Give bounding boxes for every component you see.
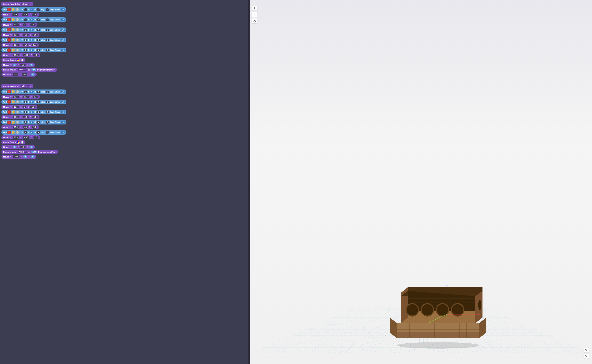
create-new-object-label-2: Create New Object — [3, 85, 20, 87]
shape-icon-4a — [7, 38, 11, 42]
zoom-in-btn[interactable] — [584, 347, 589, 353]
viewport[interactable]: + − — [250, 0, 592, 364]
create-group-block-1[interactable]: Create Group — [1, 58, 25, 62]
param-group-l: L 8 — [28, 8, 34, 11]
svg-point-40 — [478, 314, 479, 315]
arrow-icon-5: ‹ — [20, 49, 21, 52]
degree-badge-1[interactable]: 90 — [31, 68, 36, 71]
shape-icon-5a — [7, 48, 11, 52]
arrow-icon-3: ‹ — [20, 28, 21, 31]
add-label-2: Add — [3, 19, 7, 21]
svg-line-47 — [587, 356, 588, 357]
svg-point-0 — [397, 342, 479, 349]
move-block-2-1[interactable]: Move: X:19.5 Y:15.5 Z:1.5 — [1, 95, 40, 99]
blocks-panel[interactable]: Create New Object object0 ▾ Add ‹ W 2 L … — [0, 0, 249, 364]
svg-point-27 — [422, 304, 433, 316]
shape-half-icon-2 — [16, 18, 19, 21]
shape-2-5a — [7, 131, 11, 134]
object-name-1[interactable]: object0 — [21, 3, 29, 5]
move-block-2-5[interactable]: Move: X:19.5 Y:-18.5 Z:1.5 — [1, 135, 40, 139]
rotate-block-1[interactable]: Rotate around Axis z ▾ by 90 Degrees fro… — [1, 68, 57, 72]
shape-arrow-icon-2: ‹ — [20, 18, 21, 21]
add-block-1-3[interactable]: Add ‹ W2 L8 H3 edge0 Edge Steps10 — [1, 27, 66, 32]
param-group-edge: edge 0 — [41, 8, 49, 11]
param-w-val[interactable]: 2 — [24, 8, 27, 11]
svg-point-33 — [478, 300, 481, 310]
viewport-toolbar: + − — [252, 5, 257, 23]
move-z-1-1[interactable]: 1.5 — [32, 13, 37, 16]
axis-badge-2[interactable]: Axis z ▾ — [18, 150, 27, 153]
move-block-2-final[interactable]: Move: X:-44.5 Y:0 Z:0 — [1, 155, 36, 159]
shape-2-2c — [16, 100, 19, 104]
color-circle-half-icon-2 — [21, 141, 23, 144]
move-block-1-final[interactable]: Move: X:-22 Y:-22 Z:0 — [1, 72, 37, 77]
svg-marker-2 — [397, 323, 479, 332]
create-new-object-label: Create New Object — [3, 3, 20, 5]
param-edgesteps-val[interactable]: 10 — [61, 8, 65, 11]
shape-icon-3b — [12, 28, 15, 32]
shape-2-4b — [12, 121, 15, 124]
svg-point-41 — [429, 322, 430, 323]
move-block-1-5[interactable]: Move: X:19.5 Y:-18.5 Z:1.5 — [1, 53, 40, 57]
move-block-2-after-group[interactable]: Move: X:0 Y:1.5 Z:0 — [1, 145, 35, 149]
svg-marker-3 — [479, 318, 486, 338]
rotate-block-2[interactable]: Rotate around Axis z ▾ by 180 Degrees fr… — [1, 150, 58, 154]
3d-model — [386, 275, 490, 350]
add-block-1-4[interactable]: Add ‹ W2 L8 H3 edge0 Edge Steps10 — [1, 38, 66, 42]
shape-2-4a — [7, 121, 11, 124]
add-label: Add — [3, 8, 7, 11]
add-block-2-2[interactable]: Add ‹ W2 L8 H3 edge0 Edge Steps10 — [1, 100, 66, 104]
zoom-controls — [584, 347, 589, 359]
degree-badge-2[interactable]: 180 — [31, 150, 37, 153]
move-block-2-4[interactable]: Move: X:19.5 Y:-10 Z:1.5 — [1, 125, 39, 129]
move-block-2-3[interactable]: Move: X:19.5 Y:-1.5 Z:1.5 — [1, 115, 40, 119]
move-block-1-4[interactable]: Move: X:19.5 Y:-10 Z:1.5 — [1, 43, 39, 47]
svg-point-39 — [446, 285, 447, 286]
arrow-icon-4: ‹ — [20, 39, 21, 41]
color-circle-red-icon-1 — [17, 58, 20, 61]
create-new-object-btn-1[interactable]: Create New Object object0 ▾ — [1, 2, 33, 6]
shape-icon-3c — [16, 28, 19, 32]
shape-icon-3a — [7, 28, 11, 32]
shape-2-3c — [16, 110, 19, 114]
move-block-1-3[interactable]: Move: X:19.5 Y:-1.5 Z:1.5 — [1, 33, 40, 37]
create-group-block-2[interactable]: Create Group — [1, 140, 25, 144]
zoom-in-button[interactable]: + — [252, 5, 257, 11]
block-group-1: Create New Object object0 ▾ Add ‹ W 2 L … — [1, 2, 247, 77]
svg-point-29 — [437, 304, 448, 316]
shape-red-cube-icon — [7, 8, 11, 11]
add-block-2-1[interactable]: Add ‹ W2 L8 H3 edge0 Edge Steps10 — [1, 90, 66, 94]
shape-2-1c — [16, 90, 19, 93]
shape-icon-5c — [16, 48, 19, 52]
shape-half-icon — [16, 8, 19, 11]
add-block-1-5[interactable]: Add ‹ W2 L8 H3 edge0 Edge Steps10 — [1, 48, 66, 52]
move-block-2-2[interactable]: Move: X:19.5 Y:7 Z:1.5 — [1, 105, 37, 109]
move-y-1-1[interactable]: 15.5 — [22, 13, 28, 16]
param-group-edgesteps: Edge Steps 10 — [50, 8, 65, 11]
param-edge-val[interactable]: 0 — [46, 8, 49, 11]
group-spacer — [1, 80, 247, 84]
axis-badge-1[interactable]: Axis z ▾ — [18, 68, 27, 71]
param-h-val[interactable]: 3 — [36, 8, 40, 11]
create-new-object-btn-2[interactable]: Create New Object object0 ▾ — [1, 84, 33, 88]
move-block-1-2[interactable]: Move: X:19.5 Y:7 Z:1.5 — [1, 23, 37, 27]
shape-2-2b — [12, 100, 15, 104]
add-block-1-2[interactable]: Add ‹ W2 L8 H3 edge0 Edge Steps10 — [1, 17, 66, 22]
shape-2-3a — [7, 110, 11, 114]
shape-2-2a — [7, 100, 11, 104]
param-group-w: W 2 — [21, 8, 27, 11]
param-l-val[interactable]: 8 — [30, 8, 34, 11]
move-x-1-1[interactable]: 19.5 — [12, 13, 18, 16]
viewport-panel[interactable]: + − — [250, 0, 592, 364]
zoom-out-btn[interactable] — [584, 353, 589, 359]
move-block-1-after-group[interactable]: Move: X:0 Y:1.5 Z:0 — [1, 63, 35, 67]
zoom-out-button[interactable]: − — [252, 12, 257, 17]
add-block-2-4[interactable]: Add ‹ W2 L8 H3 edge0 Edge Steps10 — [1, 120, 66, 124]
add-block-1-1[interactable]: Add ‹ W 2 L 8 H 3 edge — [1, 7, 66, 12]
add-block-2-5[interactable]: Add ‹ W2 L8 H3 edge0 Edge Steps10 — [1, 130, 66, 135]
shape-2-5b — [12, 131, 15, 134]
home-button[interactable] — [252, 18, 257, 23]
add-block-2-3[interactable]: Add ‹ W2 L8 H3 edge0 Edge Steps10 — [1, 110, 66, 114]
object-name-2[interactable]: object0 — [21, 85, 29, 88]
move-block-1-1[interactable]: Move X: 19.5 Y: 15.5 Z: 1.5 — [1, 13, 39, 17]
